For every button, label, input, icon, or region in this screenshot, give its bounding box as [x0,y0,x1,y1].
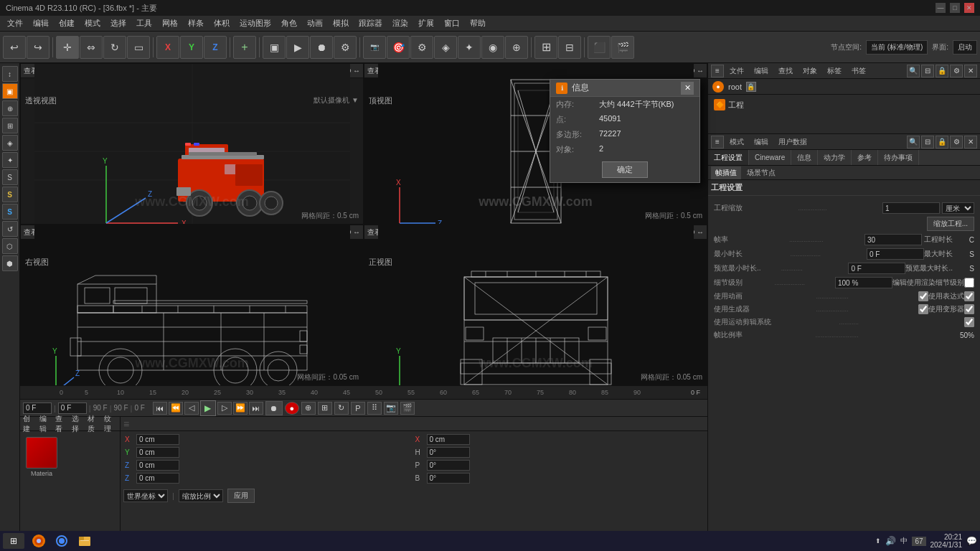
loop-btn[interactable]: ↻ [334,402,349,415]
cam-extra1-btn[interactable]: ◉ [481,36,504,59]
taskbar-network-icon[interactable]: 中 [900,536,908,546]
setting-lod-input[interactable] [835,277,892,288]
subtab-scene-nodes[interactable]: 场景节点 [743,166,780,179]
menu-window[interactable]: 窗口 [440,17,464,30]
minimize-btn[interactable]: — [936,3,946,13]
coord-x2-input[interactable] [427,434,470,445]
coord-scale-select[interactable]: 缩放比例 [179,489,223,502]
coord-apply-btn[interactable]: 应用 [227,489,255,503]
rec-auto-btn[interactable]: ● [285,402,299,415]
coord-z1-input[interactable] [136,460,179,471]
menu-animate[interactable]: 动画 [303,17,327,30]
record-btn[interactable]: ⏺ [310,36,333,59]
menu-file[interactable]: 文件 [3,17,27,30]
rp-tag-btn[interactable]: 标签 [823,65,846,77]
menu-help[interactable]: 帮助 [466,17,490,30]
rp-object-btn[interactable]: 对象 [798,65,821,77]
viewport-perspective[interactable]: 查看 摄像机 显示 选项 过滤 面板 ⇔ ↓ ↑ ⊞ ⟲ ↔ [20,63,364,225]
cam-lights-btn[interactable]: ✦ [458,36,481,59]
rp-search-btn[interactable]: 查找 [774,65,797,77]
close-btn[interactable]: ✕ [964,3,974,13]
redo-btn[interactable]: ↪ [27,36,50,59]
render-btn[interactable]: ⬛ [588,36,611,59]
menu-spline[interactable]: 样条 [184,17,208,30]
rp-bookmark-btn[interactable]: 书签 [847,65,870,77]
cam-move-btn[interactable]: ⚙ [410,36,433,59]
setting-motion-clip-check[interactable] [964,317,974,327]
tab-info[interactable]: 信息 [791,150,818,165]
tab-dynamics[interactable]: 动力学 [818,150,852,165]
scale-project-btn[interactable]: 缩放工程... [927,217,974,231]
play-btn[interactable]: ▶ [286,36,309,59]
rp-main-close-icon[interactable]: ✕ [964,136,977,149]
tab-project-settings[interactable]: 工程设置 [708,150,749,165]
rp-mode-btn[interactable]: 模式 [725,136,748,149]
setting-prev-mintime-input[interactable] [848,263,905,274]
record-btn2[interactable]: ⏺ [265,401,283,415]
taskbar-notif-icon[interactable]: 💬 [966,536,977,546]
select-tool[interactable]: ▭ [127,36,150,59]
coord-b-input[interactable] [427,473,470,484]
settings-btn2[interactable]: ⚙ [334,36,357,59]
taskbar-up-icon[interactable]: ⬆ [875,537,881,545]
timeline-ruler[interactable]: 0 5 10 15 20 25 30 35 40 45 50 55 60 65 [20,386,707,399]
taskbar-explorer[interactable] [75,533,95,549]
menu-select[interactable]: 选择 [106,17,131,30]
rp-lock-icon[interactable]: 🔒 [936,65,948,77]
next-frame-btn[interactable]: ⏩ [233,402,248,415]
rp-main-config-icon[interactable]: ⚙ [950,136,963,149]
scale-tool[interactable]: ⇔ [80,36,103,59]
setting-use-gen-check[interactable] [918,304,928,314]
rp-main-filter-icon[interactable]: ⊟ [921,136,934,149]
info-close-btn[interactable]: ✕ [681,82,694,95]
step-fwd-btn[interactable]: ▷ [217,402,232,415]
rp-filter-icon[interactable]: ⊟ [921,65,934,77]
rp-main-lock-icon[interactable]: 🔒 [936,136,948,149]
goto-end-btn[interactable]: ⏭ [249,402,263,415]
undo-btn[interactable]: ↩ [3,36,26,59]
sidebar-btn-8[interactable]: S [2,187,18,202]
coord-h-input[interactable] [427,447,470,458]
motion-btn[interactable]: ⊞ [318,402,332,415]
sidebar-btn-4[interactable]: ⊞ [2,118,18,133]
taskbar-firefox[interactable] [29,533,49,549]
viewport-right[interactable]: 查看 摄像机 显示 选项 过滤 面板 ⇔ ↓ ↑ ⊞ ⟲ ↔ [20,225,364,386]
tab-reference[interactable]: 参考 [852,150,878,165]
setting-use-deform-check[interactable] [964,304,974,314]
subtab-frame-interp[interactable]: 帧插值 [711,166,741,179]
snap2-btn[interactable]: ⊟ [558,36,581,59]
setting-scale-input[interactable] [882,202,940,214]
add-btn[interactable]: + [233,36,256,59]
menu-ext[interactable]: 扩展 [414,17,438,30]
setting-framerate-input[interactable] [864,234,922,245]
taskbar-cinema4d[interactable] [52,533,72,549]
menu-mograph[interactable]: 运动图形 [235,17,275,30]
audio-btn[interactable]: 🎬 [400,402,415,415]
rp-edit-btn2[interactable]: 编辑 [750,136,773,149]
menu-mesh[interactable]: 网格 [158,17,182,30]
menu-edit[interactable]: 编辑 [29,17,53,30]
coord-y1-input[interactable] [136,447,179,458]
rp-search-icon[interactable]: 🔍 [907,65,920,77]
tab-todo[interactable]: 待办事项 [878,150,919,165]
rp-close-icon[interactable]: ✕ [964,65,977,77]
dots-btn[interactable]: ⠿ [367,402,382,415]
sidebar-btn-7[interactable]: S [2,169,18,185]
rp-userdata-btn[interactable]: 用户数据 [774,136,811,149]
maximize-btn[interactable]: □ [950,3,960,13]
cam-rot-btn[interactable]: ◈ [434,36,457,59]
camera-rec-btn[interactable]: 📷 [384,402,398,415]
sidebar-btn-10[interactable]: ↺ [2,221,18,237]
sidebar-btn-5[interactable]: ◈ [2,135,18,151]
info-ok-button[interactable]: 确定 [602,161,648,178]
current-frame-input[interactable] [23,402,52,414]
setting-mintime-input[interactable] [867,248,924,260]
sidebar-btn-1[interactable]: ↕ [2,66,18,82]
setting-use-anim-check[interactable] [918,291,928,301]
title-bar-controls[interactable]: — □ ✕ [936,3,974,13]
menu-character[interactable]: 角色 [277,17,301,30]
rp-edit-btn[interactable]: 编辑 [750,65,773,77]
taskbar-start-btn[interactable]: ⊞ [3,533,24,549]
goto-start-btn[interactable]: ⏮ [153,402,167,415]
sidebar-btn-11[interactable]: ⬡ [2,238,18,254]
